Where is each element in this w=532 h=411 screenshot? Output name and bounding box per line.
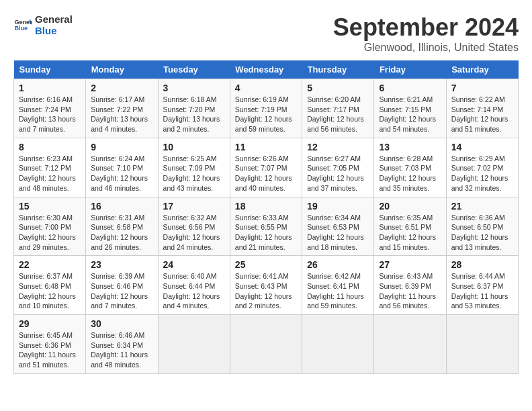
day-info: Sunrise: 6:28 AM Sunset: 7:03 PM Dayligh… bbox=[379, 154, 441, 193]
day-number: 30 bbox=[91, 318, 152, 329]
day-info: Sunrise: 6:40 AM Sunset: 6:44 PM Dayligh… bbox=[163, 271, 225, 311]
day-cell: 13Sunrise: 6:28 AM Sunset: 7:03 PM Dayli… bbox=[374, 138, 446, 197]
day-number: 6 bbox=[379, 83, 441, 93]
day-info: Sunrise: 6:19 AM Sunset: 7:19 PM Dayligh… bbox=[235, 95, 297, 134]
day-cell: 22Sunrise: 6:37 AM Sunset: 6:48 PM Dayli… bbox=[14, 256, 86, 315]
day-info: Sunrise: 6:31 AM Sunset: 6:58 PM Dayligh… bbox=[91, 213, 152, 253]
day-info: Sunrise: 6:23 AM Sunset: 7:12 PM Dayligh… bbox=[19, 154, 81, 193]
day-cell bbox=[230, 315, 302, 374]
week-row-2: 8Sunrise: 6:23 AM Sunset: 7:12 PM Daylig… bbox=[14, 138, 519, 197]
calendar-subtitle: Glenwood, Illinois, United States bbox=[333, 42, 519, 54]
logo: General Blue General Blue bbox=[13, 13, 73, 37]
week-row-4: 22Sunrise: 6:37 AM Sunset: 6:48 PM Dayli… bbox=[14, 256, 519, 315]
header-cell-friday: Friday bbox=[374, 60, 446, 79]
day-number: 1 bbox=[19, 83, 81, 93]
day-info: Sunrise: 6:22 AM Sunset: 7:14 PM Dayligh… bbox=[451, 95, 513, 134]
header-cell-monday: Monday bbox=[86, 60, 158, 79]
day-cell: 12Sunrise: 6:27 AM Sunset: 7:05 PM Dayli… bbox=[302, 138, 374, 197]
day-number: 5 bbox=[307, 83, 369, 93]
day-info: Sunrise: 6:39 AM Sunset: 6:46 PM Dayligh… bbox=[91, 271, 152, 311]
day-cell: 6Sunrise: 6:21 AM Sunset: 7:15 PM Daylig… bbox=[374, 79, 446, 138]
day-number: 28 bbox=[451, 259, 513, 270]
header-cell-sunday: Sunday bbox=[14, 60, 86, 79]
day-number: 21 bbox=[451, 201, 513, 212]
day-info: Sunrise: 6:29 AM Sunset: 7:02 PM Dayligh… bbox=[451, 154, 513, 193]
day-info: Sunrise: 6:16 AM Sunset: 7:24 PM Dayligh… bbox=[19, 95, 81, 134]
day-number: 10 bbox=[163, 142, 225, 152]
header-row: SundayMondayTuesdayWednesdayThursdayFrid… bbox=[14, 60, 519, 79]
header-cell-thursday: Thursday bbox=[302, 60, 374, 79]
day-cell: 15Sunrise: 6:30 AM Sunset: 7:00 PM Dayli… bbox=[14, 197, 86, 256]
day-number: 16 bbox=[91, 201, 152, 212]
day-info: Sunrise: 6:21 AM Sunset: 7:15 PM Dayligh… bbox=[379, 95, 441, 134]
day-cell bbox=[446, 315, 518, 374]
day-number: 13 bbox=[379, 142, 441, 152]
day-cell: 28Sunrise: 6:44 AM Sunset: 6:37 PM Dayli… bbox=[446, 256, 518, 315]
svg-text:Blue: Blue bbox=[14, 26, 28, 32]
week-row-3: 15Sunrise: 6:30 AM Sunset: 7:00 PM Dayli… bbox=[14, 197, 519, 256]
day-cell: 25Sunrise: 6:41 AM Sunset: 6:43 PM Dayli… bbox=[230, 256, 302, 315]
day-cell: 20Sunrise: 6:35 AM Sunset: 6:51 PM Dayli… bbox=[374, 197, 446, 256]
day-info: Sunrise: 6:26 AM Sunset: 7:07 PM Dayligh… bbox=[235, 154, 297, 193]
day-info: Sunrise: 6:44 AM Sunset: 6:37 PM Dayligh… bbox=[451, 271, 513, 311]
day-number: 7 bbox=[451, 83, 513, 93]
logo-line1: General bbox=[35, 13, 73, 25]
day-cell: 17Sunrise: 6:32 AM Sunset: 6:56 PM Dayli… bbox=[158, 197, 230, 256]
day-number: 17 bbox=[163, 201, 225, 212]
day-cell: 4Sunrise: 6:19 AM Sunset: 7:19 PM Daylig… bbox=[230, 79, 302, 138]
day-info: Sunrise: 6:24 AM Sunset: 7:10 PM Dayligh… bbox=[91, 154, 152, 193]
day-number: 9 bbox=[91, 142, 152, 152]
day-number: 25 bbox=[235, 259, 297, 270]
day-cell: 23Sunrise: 6:39 AM Sunset: 6:46 PM Dayli… bbox=[86, 256, 158, 315]
day-number: 27 bbox=[379, 259, 441, 270]
day-info: Sunrise: 6:25 AM Sunset: 7:09 PM Dayligh… bbox=[163, 154, 225, 193]
day-cell: 2Sunrise: 6:17 AM Sunset: 7:22 PM Daylig… bbox=[86, 79, 158, 138]
day-cell bbox=[374, 315, 446, 374]
title-block: September 2024 Glenwood, Illinois, Unite… bbox=[333, 13, 519, 54]
day-number: 11 bbox=[235, 142, 297, 152]
header-cell-wednesday: Wednesday bbox=[230, 60, 302, 79]
day-info: Sunrise: 6:43 AM Sunset: 6:39 PM Dayligh… bbox=[379, 271, 441, 311]
day-number: 20 bbox=[379, 201, 441, 212]
day-number: 8 bbox=[19, 142, 81, 152]
logo-icon: General Blue bbox=[13, 15, 32, 34]
day-cell: 11Sunrise: 6:26 AM Sunset: 7:07 PM Dayli… bbox=[230, 138, 302, 197]
day-info: Sunrise: 6:35 AM Sunset: 6:51 PM Dayligh… bbox=[379, 213, 441, 253]
day-cell: 30Sunrise: 6:46 AM Sunset: 6:34 PM Dayli… bbox=[86, 315, 158, 374]
day-number: 4 bbox=[235, 83, 297, 93]
day-cell: 7Sunrise: 6:22 AM Sunset: 7:14 PM Daylig… bbox=[446, 79, 518, 138]
day-cell: 24Sunrise: 6:40 AM Sunset: 6:44 PM Dayli… bbox=[158, 256, 230, 315]
day-info: Sunrise: 6:45 AM Sunset: 6:36 PM Dayligh… bbox=[19, 330, 81, 370]
day-info: Sunrise: 6:41 AM Sunset: 6:43 PM Dayligh… bbox=[235, 271, 297, 311]
day-number: 22 bbox=[19, 259, 81, 270]
day-cell: 3Sunrise: 6:18 AM Sunset: 7:20 PM Daylig… bbox=[158, 79, 230, 138]
day-number: 29 bbox=[19, 318, 81, 329]
day-number: 18 bbox=[235, 201, 297, 212]
day-number: 14 bbox=[451, 142, 513, 152]
day-cell: 9Sunrise: 6:24 AM Sunset: 7:10 PM Daylig… bbox=[86, 138, 158, 197]
day-number: 24 bbox=[163, 259, 225, 270]
day-info: Sunrise: 6:20 AM Sunset: 7:17 PM Dayligh… bbox=[307, 95, 369, 134]
day-cell: 26Sunrise: 6:42 AM Sunset: 6:41 PM Dayli… bbox=[302, 256, 374, 315]
calendar-table: SundayMondayTuesdayWednesdayThursdayFrid… bbox=[13, 60, 519, 374]
day-cell: 5Sunrise: 6:20 AM Sunset: 7:17 PM Daylig… bbox=[302, 79, 374, 138]
day-number: 12 bbox=[307, 142, 369, 152]
day-cell: 27Sunrise: 6:43 AM Sunset: 6:39 PM Dayli… bbox=[374, 256, 446, 315]
day-cell: 29Sunrise: 6:45 AM Sunset: 6:36 PM Dayli… bbox=[14, 315, 86, 374]
day-cell: 1Sunrise: 6:16 AM Sunset: 7:24 PM Daylig… bbox=[14, 79, 86, 138]
day-cell: 10Sunrise: 6:25 AM Sunset: 7:09 PM Dayli… bbox=[158, 138, 230, 197]
logo-line2: Blue bbox=[35, 25, 73, 36]
header-cell-saturday: Saturday bbox=[446, 60, 518, 79]
day-cell: 8Sunrise: 6:23 AM Sunset: 7:12 PM Daylig… bbox=[14, 138, 86, 197]
day-number: 23 bbox=[91, 259, 152, 270]
day-info: Sunrise: 6:30 AM Sunset: 7:00 PM Dayligh… bbox=[19, 213, 81, 253]
day-info: Sunrise: 6:36 AM Sunset: 6:50 PM Dayligh… bbox=[451, 213, 513, 253]
day-cell bbox=[158, 315, 230, 374]
day-cell bbox=[302, 315, 374, 374]
day-info: Sunrise: 6:33 AM Sunset: 6:55 PM Dayligh… bbox=[235, 213, 297, 253]
week-row-1: 1Sunrise: 6:16 AM Sunset: 7:24 PM Daylig… bbox=[14, 79, 519, 138]
day-info: Sunrise: 6:46 AM Sunset: 6:34 PM Dayligh… bbox=[91, 330, 152, 370]
day-info: Sunrise: 6:34 AM Sunset: 6:53 PM Dayligh… bbox=[307, 213, 369, 253]
header: General Blue General Blue September 2024… bbox=[13, 13, 519, 54]
day-cell: 16Sunrise: 6:31 AM Sunset: 6:58 PM Dayli… bbox=[86, 197, 158, 256]
